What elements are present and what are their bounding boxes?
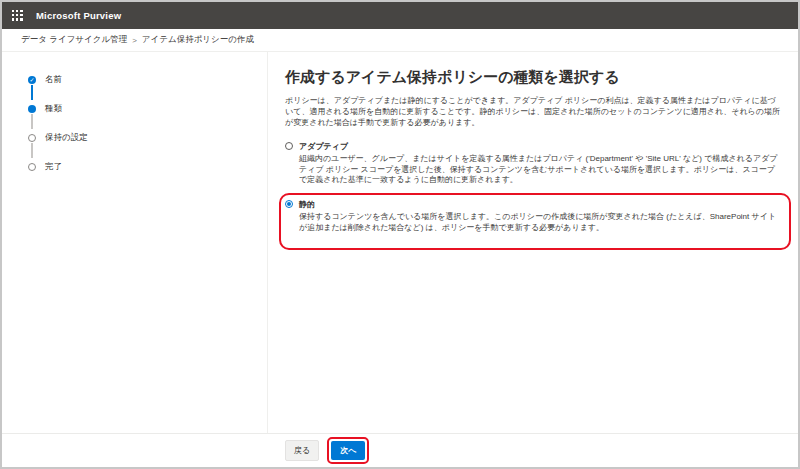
radio-selected-icon[interactable] — [285, 200, 293, 208]
step-connector — [31, 143, 33, 158]
breadcrumb-item-data-lifecycle[interactable]: データ ライフサイクル管理 — [21, 34, 127, 46]
option-adaptive-description: 組織内のユーザー、グループ、またはサイトを定義する属性またはプロパティ ('De… — [299, 154, 781, 186]
next-button-highlight-annotation: 次へ — [327, 437, 369, 464]
app-title: Microsoft Purview — [36, 10, 121, 21]
step-upcoming-icon — [28, 163, 36, 171]
step-type[interactable]: 種類 — [28, 103, 62, 115]
intro-text: ポリシーは、アダプティブまたは静的にすることができます。アダプティブ ポリシーの… — [285, 96, 781, 128]
static-option-highlight-annotation: 静的 保持するコンテンツを含んでいる場所を選択します。このポリシーの作成後に場所… — [279, 193, 791, 250]
step-label: 名前 — [45, 74, 62, 86]
wizard-footer: 戻る 次へ — [2, 433, 798, 467]
step-label: 完了 — [45, 161, 62, 173]
breadcrumb-item-current: アイテム保持ポリシーの作成 — [142, 34, 254, 46]
step-completed-check-icon: ✓ — [28, 76, 36, 84]
step-connector — [31, 114, 33, 129]
step-connector — [31, 85, 33, 100]
wizard-sidebar: ✓ 名前 種類 保持の設定 完了 — [2, 52, 268, 434]
step-label: 種類 — [45, 103, 62, 115]
option-adaptive[interactable]: アダプティブ 組織内のユーザー、グループ、またはサイトを定義する属性またはプロパ… — [285, 141, 781, 186]
step-upcoming-icon — [28, 134, 36, 142]
purview-window: Microsoft Purview データ ライフサイクル管理 > アイテム保持… — [0, 0, 800, 469]
step-label: 保持の設定 — [45, 132, 88, 144]
option-static-label: 静的 — [299, 199, 781, 210]
step-name[interactable]: ✓ 名前 — [28, 74, 62, 86]
breadcrumb-separator-icon: > — [132, 36, 137, 45]
step-retention-settings: 保持の設定 — [28, 132, 88, 144]
option-adaptive-body: アダプティブ 組織内のユーザー、グループ、またはサイトを定義する属性またはプロパ… — [299, 141, 781, 186]
breadcrumb: データ ライフサイクル管理 > アイテム保持ポリシーの作成 — [2, 29, 798, 52]
waffle-icon[interactable] — [12, 10, 23, 21]
topbar: Microsoft Purview — [2, 2, 798, 29]
option-static-body: 静的 保持するコンテンツを含んでいる場所を選択します。このポリシーの作成後に場所… — [299, 199, 781, 233]
radio-unselected-icon[interactable] — [285, 142, 293, 150]
content-area: ✓ 名前 種類 保持の設定 完了 作成するアイテム保持ポリシーの種類を選択する — [2, 52, 798, 434]
step-current-icon — [28, 105, 36, 113]
option-static[interactable]: 静的 保持するコンテンツを含んでいる場所を選択します。このポリシーの作成後に場所… — [285, 199, 781, 233]
next-button[interactable]: 次へ — [331, 441, 365, 460]
option-static-description: 保持するコンテンツを含んでいる場所を選択します。このポリシーの作成後に場所が変更… — [299, 212, 781, 233]
step-finish: 完了 — [28, 161, 62, 173]
back-button[interactable]: 戻る — [285, 440, 319, 461]
option-adaptive-label: アダプティブ — [299, 141, 781, 152]
page-title: 作成するアイテム保持ポリシーの種類を選択する — [285, 68, 791, 87]
wizard-stepper: ✓ 名前 種類 保持の設定 完了 — [28, 74, 228, 199]
main-panel: 作成するアイテム保持ポリシーの種類を選択する ポリシーは、アダプティブまたは静的… — [268, 52, 798, 434]
